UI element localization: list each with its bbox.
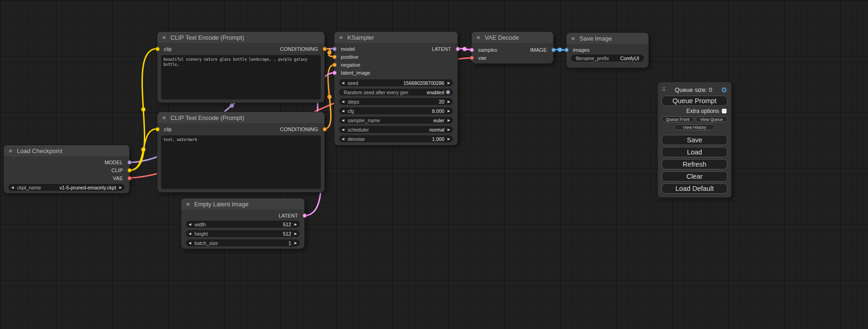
node-graph-canvas[interactable]: Load Checkpoint MODEL CLIP VAE ◀ ckpt_na… bbox=[0, 0, 868, 329]
load-default-button[interactable]: Load Default bbox=[662, 183, 727, 194]
increment-arrow-icon[interactable]: ▶ bbox=[120, 186, 122, 189]
decrement-arrow-icon[interactable]: ◀ bbox=[342, 109, 344, 112]
queue-size-label: Queue size: 0 bbox=[666, 86, 721, 93]
widget-value: normal bbox=[430, 127, 445, 133]
input-port-model[interactable] bbox=[332, 47, 337, 51]
increment-arrow-icon[interactable]: ▶ bbox=[295, 241, 297, 245]
widget-batch-size[interactable]: ◀ batch_size 1 ▶ bbox=[186, 239, 300, 246]
node-title-bar[interactable]: Empty Latent Image bbox=[181, 198, 304, 210]
widget-sampler-name[interactable]: ◀ sampler_name euler ▶ bbox=[339, 117, 453, 124]
node-title-bar[interactable]: Save Image bbox=[566, 33, 649, 44]
widget-steps[interactable]: ◀ steps 20 ▶ bbox=[339, 98, 453, 105]
widget-scheduler[interactable]: ◀ scheduler normal ▶ bbox=[339, 126, 453, 133]
extra-options-checkbox[interactable] bbox=[722, 109, 727, 113]
input-port-latent-image[interactable] bbox=[332, 70, 337, 75]
node-save-image[interactable]: Save Image images filename_prefix ComfyU… bbox=[566, 33, 649, 68]
link-midpoint-dot-clip-pos bbox=[141, 107, 146, 112]
node-title-bar[interactable]: Load Checkpoint bbox=[4, 145, 129, 156]
toggle-knob-icon[interactable] bbox=[446, 90, 450, 94]
increment-arrow-icon[interactable]: ▶ bbox=[448, 128, 450, 131]
node-title-bar[interactable]: KSampler bbox=[334, 32, 458, 43]
load-button[interactable]: Load bbox=[662, 147, 727, 157]
node-title-bar[interactable]: VAE Decode bbox=[472, 32, 553, 43]
widget-random-seed-toggle[interactable]: Random seed after every gen enabled bbox=[339, 89, 453, 96]
settings-gear-icon[interactable]: ⚙ bbox=[721, 86, 727, 93]
input-port-vae[interactable] bbox=[470, 56, 474, 60]
collapse-dot-icon[interactable] bbox=[571, 36, 575, 41]
widget-ckpt-name[interactable]: ◀ ckpt_name v1-5-pruned-emaonly.ckpt ▶ bbox=[8, 184, 125, 191]
collapse-dot-icon[interactable] bbox=[476, 35, 480, 40]
collapse-dot-icon[interactable] bbox=[186, 202, 190, 206]
increment-arrow-icon[interactable]: ▶ bbox=[295, 232, 297, 235]
decrement-arrow-icon[interactable]: ◀ bbox=[342, 128, 344, 131]
node-title-bar[interactable]: CLIP Text Encode (Prompt) bbox=[157, 32, 325, 43]
decrement-arrow-icon[interactable]: ◀ bbox=[342, 119, 344, 122]
collapse-dot-icon[interactable] bbox=[162, 35, 166, 40]
widget-value: 156680208700286 bbox=[403, 80, 445, 86]
node-ksampler[interactable]: KSampler model LATENT positive negative … bbox=[334, 32, 458, 145]
decrement-arrow-icon[interactable]: ◀ bbox=[342, 137, 344, 140]
input-slot-label: vae bbox=[478, 55, 487, 61]
input-port-positive[interactable] bbox=[332, 55, 337, 59]
input-port-clip[interactable] bbox=[155, 47, 160, 51]
negative-prompt-textarea[interactable]: text, watermark bbox=[161, 135, 321, 189]
decrement-arrow-icon[interactable]: ◀ bbox=[189, 232, 191, 235]
slot-row: images bbox=[566, 46, 649, 54]
input-slot-label: samples bbox=[478, 47, 497, 53]
positive-prompt-textarea[interactable]: beautiful scenery nature glass bottle la… bbox=[161, 55, 321, 99]
collapse-dot-icon[interactable] bbox=[8, 149, 13, 153]
clear-button[interactable]: Clear bbox=[662, 171, 727, 182]
output-port-latent[interactable] bbox=[456, 47, 460, 51]
collapse-dot-icon[interactable] bbox=[339, 35, 343, 40]
decrement-arrow-icon[interactable]: ◀ bbox=[189, 223, 191, 226]
node-title: CLIP Text Encode (Prompt) bbox=[170, 114, 244, 121]
link-midpoint-dot-samples bbox=[463, 47, 467, 51]
widget-value: 1 bbox=[289, 240, 291, 246]
increment-arrow-icon[interactable]: ▶ bbox=[448, 119, 450, 122]
decrement-arrow-icon[interactable]: ◀ bbox=[11, 186, 14, 189]
input-slot-label: clip bbox=[164, 46, 172, 52]
collapse-dot-icon[interactable] bbox=[162, 116, 166, 120]
node-clip-text-encode-negative[interactable]: CLIP Text Encode (Prompt) clip CONDITION… bbox=[157, 112, 325, 192]
widget-seed[interactable]: ◀ seed 156680208700286 ▶ bbox=[339, 79, 453, 86]
input-slot-label: negative bbox=[341, 62, 360, 68]
output-port-conditioning[interactable] bbox=[323, 47, 327, 51]
widget-cfg[interactable]: ◀ cfg 8.000 ▶ bbox=[339, 107, 453, 114]
queue-prompt-button[interactable]: Queue Prompt bbox=[662, 96, 727, 106]
slot-row: negative bbox=[334, 61, 458, 69]
input-port-clip[interactable] bbox=[155, 127, 160, 131]
increment-arrow-icon[interactable]: ▶ bbox=[448, 81, 450, 84]
output-port-clip[interactable] bbox=[127, 168, 132, 172]
drag-handle-icon[interactable]: ⠿ bbox=[662, 86, 666, 93]
input-port-images[interactable] bbox=[565, 48, 569, 52]
decrement-arrow-icon[interactable]: ◀ bbox=[342, 81, 344, 84]
node-load-checkpoint[interactable]: Load Checkpoint MODEL CLIP VAE ◀ ckpt_na… bbox=[4, 145, 129, 193]
output-port-model[interactable] bbox=[127, 160, 132, 164]
view-queue-button[interactable]: View Queue bbox=[696, 116, 728, 122]
view-history-button[interactable]: View History bbox=[674, 124, 715, 130]
widget-width[interactable]: ◀ width 512 ▶ bbox=[186, 221, 300, 228]
increment-arrow-icon[interactable]: ▶ bbox=[295, 223, 297, 226]
node-vae-decode[interactable]: VAE Decode samples IMAGE vae bbox=[472, 32, 553, 63]
refresh-button[interactable]: Refresh bbox=[662, 159, 727, 169]
increment-arrow-icon[interactable]: ▶ bbox=[448, 100, 450, 103]
decrement-arrow-icon[interactable]: ◀ bbox=[189, 241, 191, 245]
link-midpoint-dot-image bbox=[558, 48, 562, 52]
input-port-negative[interactable] bbox=[332, 63, 337, 67]
output-port-conditioning[interactable] bbox=[323, 127, 327, 131]
input-port-samples[interactable] bbox=[470, 48, 474, 52]
increment-arrow-icon[interactable]: ▶ bbox=[448, 109, 450, 112]
output-port-image[interactable] bbox=[551, 48, 556, 52]
decrement-arrow-icon[interactable]: ◀ bbox=[342, 100, 344, 103]
queue-front-button[interactable]: Queue Front bbox=[662, 116, 694, 122]
node-empty-latent-image[interactable]: Empty Latent Image LATENT ◀ width 512 ▶ … bbox=[181, 198, 304, 249]
increment-arrow-icon[interactable]: ▶ bbox=[448, 137, 450, 140]
output-port-latent[interactable] bbox=[303, 213, 307, 217]
widget-filename-prefix[interactable]: filename_prefix ComfyUI bbox=[571, 55, 644, 62]
node-title-bar[interactable]: CLIP Text Encode (Prompt) bbox=[157, 112, 325, 123]
output-port-vae[interactable] bbox=[127, 176, 132, 180]
widget-height[interactable]: ◀ height 512 ▶ bbox=[186, 230, 300, 237]
widget-denoise[interactable]: ◀ denoise 1.000 ▶ bbox=[339, 135, 453, 142]
save-button[interactable]: Save bbox=[662, 135, 727, 145]
node-clip-text-encode-positive[interactable]: CLIP Text Encode (Prompt) clip CONDITION… bbox=[157, 32, 325, 103]
